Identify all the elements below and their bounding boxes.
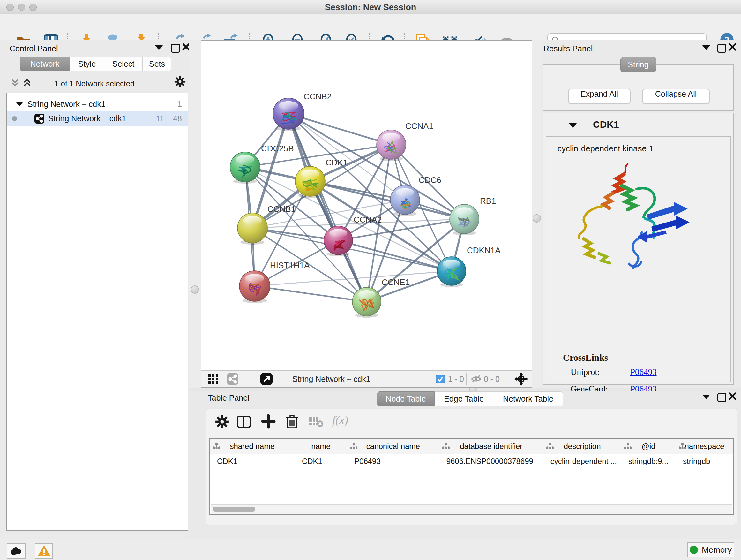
network-node-CCNE1[interactable]	[352, 287, 381, 318]
tree-item-edge-count: 48	[173, 114, 182, 123]
bottom-splitter[interactable]	[189, 388, 741, 391]
open-in-window-icon[interactable]	[260, 373, 273, 385]
right-splitter[interactable]	[532, 40, 541, 388]
toolbar-separator	[466, 373, 467, 385]
tab-network[interactable]: Network	[20, 57, 70, 71]
control-panel: Control Panel Network Style Select Sets …	[0, 40, 189, 539]
gene-section-box: CDK1 cyclin-dependent kinase 1	[542, 113, 734, 385]
network-tree-item-row[interactable]: String Network – cdk1 11 48	[7, 111, 188, 126]
column-header[interactable]: database identifier	[440, 439, 543, 454]
results-panel-menu-icon[interactable]	[702, 45, 710, 50]
table-panel-menu-icon[interactable]	[702, 395, 710, 399]
node-label-HIST1H1A: HIST1H1A	[270, 260, 310, 270]
network-node-CDKN1A[interactable]	[437, 257, 466, 287]
node-label-CDK1: CDK1	[326, 158, 347, 167]
delete-table-icon	[309, 417, 324, 428]
left-splitter[interactable]	[189, 40, 201, 388]
network-node-CCNA1[interactable]	[377, 130, 406, 161]
right-splitter-handle[interactable]	[533, 214, 541, 223]
string-network-icon	[35, 114, 44, 124]
network-options-gear-icon[interactable]	[174, 76, 186, 87]
scrollbar-thumb[interactable]	[212, 507, 255, 512]
function-builder-icon: f(x)	[332, 414, 348, 427]
network-status-dot	[12, 116, 17, 121]
gene-name: CDK1	[593, 119, 619, 130]
tab-sets[interactable]: Sets	[143, 57, 172, 71]
tab-style[interactable]: Style	[70, 57, 104, 71]
tab-string[interactable]: String	[620, 57, 656, 72]
gene-description: cyclin-dependent kinase 1	[557, 144, 654, 153]
network-view-toolbar: String Network – cdk1 1 - 0 0 - 0	[201, 370, 532, 387]
column-header[interactable]: @id	[621, 439, 676, 454]
network-edge-CCNB2-RB1[interactable]	[288, 114, 464, 219]
network-edge-CCNB2-CCNE1[interactable]	[288, 114, 367, 302]
tree-item-node-count: 11	[156, 114, 164, 123]
pan-crosshair-icon[interactable]	[514, 372, 528, 386]
birdseye-grid-icon[interactable]	[208, 374, 219, 384]
collapse-all-button[interactable]: Collapse All	[642, 89, 710, 104]
tab-edge-table[interactable]: Edge Table	[434, 391, 493, 407]
node-label-CCNB1: CCNB1	[267, 204, 295, 214]
table-panel-title: Table Panel	[208, 393, 250, 402]
table-panel-close-icon[interactable]	[728, 392, 737, 400]
table-container: f(x) shared name name canonical name dat…	[206, 409, 737, 525]
results-panel-float-icon[interactable]	[718, 44, 726, 53]
network-share-icon[interactable]	[227, 373, 239, 385]
protein-structure-image	[561, 159, 692, 269]
cloud-icon	[10, 547, 23, 556]
table-settings-gear-icon[interactable]	[215, 415, 229, 429]
column-header[interactable]: canonical name	[347, 439, 440, 454]
network-node-CDC6[interactable]	[390, 185, 420, 216]
control-panel-menu-icon[interactable]	[155, 45, 163, 50]
tab-node-table[interactable]: Node Table	[377, 391, 434, 407]
show-columns-icon[interactable]	[237, 415, 251, 429]
selected-checkbox-icon[interactable]	[436, 374, 445, 383]
cloud-button[interactable]	[7, 543, 26, 559]
control-panel-title: Control Panel	[10, 44, 58, 53]
node-label-RB1: RB1	[480, 196, 496, 206]
tree-expander-icon[interactable]	[16, 102, 23, 107]
horizontal-scrollbar[interactable]	[211, 504, 732, 514]
network-node-RB1[interactable]	[450, 204, 479, 235]
column-header[interactable]: description	[543, 439, 621, 454]
results-panel-close-icon[interactable]	[728, 43, 737, 51]
memory-button[interactable]: Memory	[687, 542, 734, 557]
create-column-icon[interactable]	[261, 414, 276, 429]
warnings-button[interactable]	[35, 543, 53, 559]
tree-item-label: String Network – cdk1	[48, 114, 126, 123]
tab-network-table[interactable]: Network Table	[493, 391, 563, 407]
window-title: Session: New Session	[0, 3, 741, 12]
node-label-CDKN1A: CDKN1A	[467, 246, 501, 255]
network-tree: String Network – cdk1 1 String Network –…	[6, 92, 188, 531]
left-splitter-handle[interactable]	[191, 286, 199, 294]
network-node-CCNA2[interactable]	[324, 226, 353, 256]
title-bar: Session: New Session	[0, 0, 741, 14]
expand-all-button[interactable]: Expand All	[568, 89, 630, 104]
column-header[interactable]: shared name	[210, 439, 295, 454]
node-label-CDC25B: CDC25B	[261, 144, 294, 153]
column-header[interactable]: namespace	[676, 439, 733, 454]
network-node-HIST1H1A[interactable]	[239, 271, 270, 303]
delete-column-icon[interactable]	[285, 414, 299, 429]
node-label-CCNB2: CCNB2	[304, 91, 332, 101]
network-canvas[interactable]: CCNB2CCNA1CDC25BCDK1CDC6RB1CCNB1CCNA2CDK…	[201, 41, 532, 371]
toolbar-separator	[250, 373, 250, 385]
results-panel-title: Results Panel	[543, 44, 593, 53]
network-selection-status: 1 of 1 Network selected	[0, 79, 189, 88]
network-edge-HIST1H1A-CCNE1[interactable]	[255, 286, 367, 302]
node-label-CCNA1: CCNA1	[405, 121, 433, 131]
gene-collapse-icon[interactable]	[569, 122, 577, 129]
hidden-count: 0 - 0	[484, 374, 500, 384]
node-table[interactable]: shared name name canonical name database…	[209, 438, 734, 515]
crosslink-uniprot-link[interactable]: P06493	[630, 367, 657, 377]
network-node-CCNB1[interactable]	[238, 213, 267, 245]
table-row[interactable]: CDK1 CDK1 P06493 9606.ENSP00000378699 cy…	[210, 454, 733, 469]
table-panel-float-icon[interactable]	[718, 393, 726, 402]
tab-select[interactable]: Select	[104, 57, 143, 71]
gene-detail-box: cyclin-dependent kinase 1	[546, 136, 731, 382]
column-header[interactable]: name	[295, 439, 347, 454]
network-tree-root-row[interactable]: String Network – cdk1 1	[7, 97, 188, 111]
control-panel-float-icon[interactable]	[171, 44, 180, 53]
main-toolbar: ?	[0, 14, 741, 41]
network-view-title: String Network – cdk1	[292, 374, 370, 384]
